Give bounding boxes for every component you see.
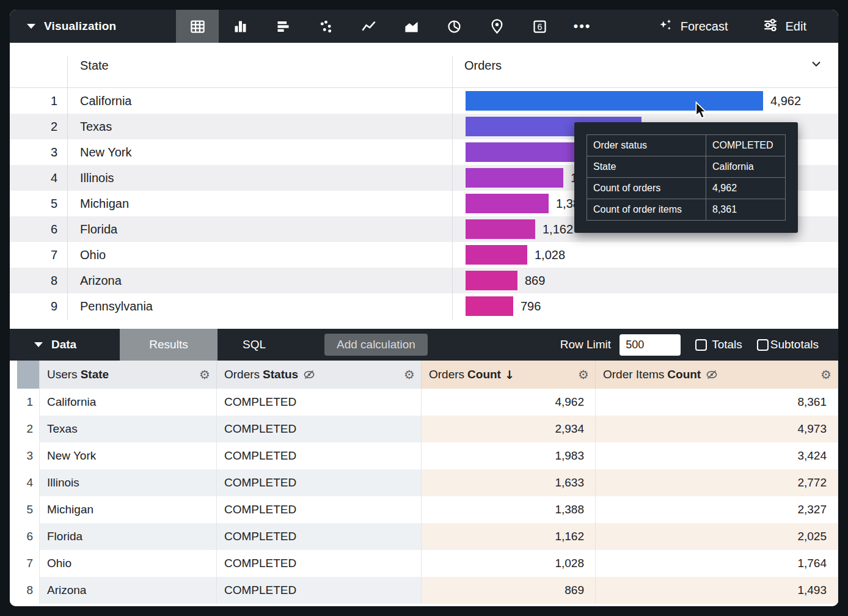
order-items-count-cell[interactable]: 2,327 [596,496,838,523]
state-cell[interactable]: Florida [40,523,217,550]
tab-sql[interactable]: SQL [217,329,291,361]
status-cell[interactable]: COMPLETED [217,442,422,469]
state-column-header[interactable]: State [80,58,109,72]
row-number: 1 [17,389,40,416]
viz-type-horizontal-bar-button[interactable] [261,10,304,43]
orders-bar[interactable] [466,142,585,162]
visualization-panel: State Orders 1 California 4,962 2 Texas … [10,43,838,329]
totals-toggle[interactable]: Totals [695,338,742,351]
gear-icon[interactable]: ⚙ [578,369,589,381]
orders-bar[interactable] [466,168,563,188]
users-state-column-header[interactable]: Users State ⚙ [40,361,217,389]
order-items-count-cell[interactable]: 3,424 [596,442,838,469]
order-items-count-cell[interactable]: 1,764 [596,550,838,577]
state-cell[interactable]: Michigan [40,496,217,523]
state-cell[interactable]: California [40,389,217,416]
results-data-table: Users State ⚙ Orders Status ⚙ Orders Cou… [10,361,838,606]
state-cell[interactable]: Ohio [40,550,217,577]
viz-type-bar-chart-button[interactable] [219,10,261,43]
orders-count-cell[interactable]: 4,962 [422,389,596,416]
state-cell: New York [67,145,452,160]
table-row: 5 Michigan COMPLETED 1,388 2,327 [17,496,838,523]
subtotals-checkbox[interactable] [757,339,769,351]
orders-column-header[interactable]: Orders [464,58,502,72]
row-number: 4 [17,469,40,496]
gear-icon[interactable]: ⚙ [199,369,210,381]
chevron-down-icon[interactable] [810,57,822,73]
gear-icon[interactable]: ⚙ [404,369,415,381]
orders-count-cell[interactable]: 1,633 [422,469,596,496]
chevron-down-icon [27,24,35,29]
order-items-count-cell[interactable]: 1,493 [596,577,838,604]
orders-count-cell[interactable]: 2,934 [422,416,596,442]
table-row: 6 Florida COMPLETED 1,162 2,025 [17,523,838,550]
map-pin-icon [489,18,505,35]
row-limit-input[interactable] [620,334,681,356]
status-cell[interactable]: COMPLETED [217,550,422,577]
orders-count-cell[interactable]: 1,162 [422,523,596,550]
order-items-count-cell[interactable]: 8,361 [596,389,838,416]
status-cell[interactable]: COMPLETED [217,389,422,416]
row-limit-label: Row Limit [560,338,611,351]
hidden-field-eye-slash-icon [303,369,315,381]
viz-type-pie-chart-button[interactable] [433,10,475,43]
status-cell[interactable]: COMPLETED [217,469,422,496]
order-items-count-cell[interactable]: 2,772 [596,469,838,496]
state-cell[interactable]: New York [40,442,217,469]
viz-row-arizona: 8 Arizona 869 [10,268,838,293]
viz-type-more-button[interactable]: ••• [561,10,604,43]
viz-type-scatter-button[interactable] [304,10,347,43]
header-field: Status [263,368,298,381]
edit-button[interactable]: Edit [762,17,806,36]
forecast-button[interactable]: Forecast [657,17,728,36]
state-cell[interactable]: Arizona [40,577,217,604]
row-number: 5 [17,496,40,523]
orders-count-column-header[interactable]: Orders Count ↓ ⚙ [422,361,596,389]
orders-bar[interactable] [466,194,549,213]
viz-type-area-chart-button[interactable] [390,10,433,43]
orders-status-column-header[interactable]: Orders Status ⚙ [217,361,422,389]
add-calculation-button[interactable]: Add calculation [324,334,428,356]
bar-value-label: 1,162 [543,222,573,237]
order-items-count-cell[interactable]: 2,025 [596,523,838,550]
row-number: 8 [10,274,67,288]
status-cell[interactable]: COMPLETED [217,577,422,604]
orders-count-cell[interactable]: 1,388 [422,496,596,523]
orders-count-cell[interactable]: 1,983 [422,442,596,469]
status-cell[interactable]: COMPLETED [217,496,422,523]
state-cell[interactable]: Texas [40,416,217,442]
visualization-toolbar: Visualization [10,10,838,43]
area-chart-icon [403,18,420,35]
order-items-count-cell[interactable]: 4,973 [596,416,838,442]
orders-bar[interactable] [466,271,517,290]
visualization-section-toggle[interactable]: Visualization [10,10,176,43]
order-items-count-column-header[interactable]: Order Items Count ⚙ [596,361,838,389]
forecast-sparkle-icon [657,17,673,36]
subtotals-toggle[interactable]: Subtotals [757,338,819,351]
viz-type-map-button[interactable] [475,10,518,43]
orders-count-cell[interactable]: 869 [422,577,596,604]
gear-icon[interactable]: ⚙ [821,369,832,381]
viz-type-single-value-button[interactable]: 6 [518,10,561,43]
table-row: 2 Texas COMPLETED 2,934 4,973 [17,416,838,442]
data-table-header-row: Users State ⚙ Orders Status ⚙ Orders Cou… [17,361,838,389]
viz-type-table-button[interactable] [176,10,219,43]
orders-count-cell[interactable]: 1,028 [422,550,596,577]
orders-bar[interactable] [466,296,513,316]
data-section-toggle[interactable]: Data [10,329,120,361]
status-cell[interactable]: COMPLETED [217,523,422,550]
viz-type-line-chart-button[interactable] [347,10,390,43]
viz-row-california: 1 California 4,962 [10,88,838,114]
tab-results[interactable]: Results [120,329,217,361]
orders-bar[interactable] [466,245,527,265]
row-number: 1 [10,94,67,108]
orders-bar[interactable] [466,91,763,111]
state-cell[interactable]: Illinois [40,469,217,496]
row-number: 8 [17,577,40,604]
tooltip-row: Count of order items 8,361 [587,199,786,221]
totals-checkbox[interactable] [695,339,707,351]
state-cell: Michigan [67,197,452,211]
orders-bar[interactable] [466,219,535,239]
status-cell[interactable]: COMPLETED [217,416,422,442]
row-number: 7 [10,248,67,262]
